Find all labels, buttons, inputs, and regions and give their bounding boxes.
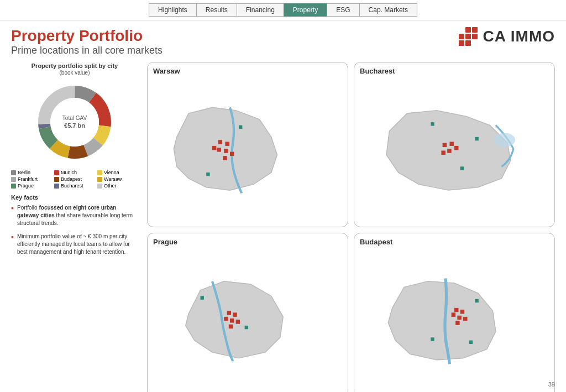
svg-rect-1 [225,142,229,145]
map-budapest-title: Budapest [360,238,549,246]
legend-berlin: Berlin [11,170,52,175]
svg-rect-34 [469,340,473,343]
svg-rect-32 [475,299,478,302]
key-facts: Key facts ▪ Portfolio focussed on eight … [11,194,138,256]
svg-rect-7 [239,126,242,129]
svg-rect-12 [447,149,451,153]
svg-rect-5 [230,152,234,156]
header: Property Portfolio Prime locations in al… [0,20,566,59]
svg-rect-33 [431,337,434,341]
legend-prague: Prague [11,183,52,189]
key-facts-title: Key facts [11,194,138,201]
svg-rect-17 [475,137,478,140]
svg-rect-13 [454,146,458,150]
svg-rect-19 [233,312,237,316]
svg-rect-21 [224,316,228,320]
chart-subtitle: (book value) [11,70,138,76]
map-warsaw: Warsaw [147,62,348,227]
donut-center-label: Total GAV €5.7 bn [62,115,87,130]
legend-munich: Munich [54,170,95,175]
tab-results[interactable]: Results [196,3,237,17]
legend-budapest: Budapest [54,176,95,182]
svg-rect-2 [217,148,221,151]
svg-rect-28 [457,315,461,319]
warsaw-svg [153,77,342,221]
map-bucharest-content [360,77,549,221]
svg-rect-31 [455,321,459,325]
chart-legend: Berlin Munich Vienna Frankfurt Budapest … [11,170,138,189]
svg-point-9 [494,133,515,147]
tab-highlights[interactable]: Highlights [149,3,196,17]
svg-rect-16 [431,122,434,126]
map-prague: Prague [147,233,348,393]
svg-rect-20 [230,318,234,322]
svg-rect-26 [454,307,458,311]
svg-rect-11 [449,142,453,145]
svg-rect-14 [441,150,445,154]
prague-svg [153,248,342,391]
legend-vienna: Vienna [97,170,138,175]
chart-title: Property portfolio split by city [11,62,138,70]
key-fact-2-text: Minimum portfolio value of ~ € 300 m per… [17,233,138,256]
map-bucharest-title: Bucharest [360,67,549,75]
page-subtitle: Prime locations in all core markets [11,45,163,56]
svg-rect-29 [452,312,455,316]
map-budapest: Budapest [354,233,555,393]
key-fact-2: ▪ Minimum portfolio value of ~ € 300 m p… [11,233,138,256]
svg-rect-6 [223,156,227,160]
logo-text: CA IMMO [483,28,555,45]
svg-rect-23 [229,324,233,328]
key-fact-1: ▪ Portfolio focussed on eight core urban… [11,204,138,227]
tab-property[interactable]: Property [284,3,327,17]
navigation-bar: Highlights Results Financing Property ES… [0,0,566,20]
map-budapest-content [360,248,549,391]
svg-rect-25 [245,325,248,328]
donut-chart: Total GAV €5.7 bn [30,78,119,166]
map-prague-content [153,248,342,391]
bullet-icon-1: ▪ [11,203,14,227]
svg-rect-0 [218,140,222,144]
page-title-block: Property Portfolio Prime locations in al… [11,27,163,56]
page-title: Property Portfolio [11,27,163,45]
legend-bucharest: Bucharest [54,183,95,189]
main-content: Property portfolio split by city (book v… [0,59,566,392]
maps-grid: Warsaw [147,62,555,392]
bucharest-svg [360,77,549,221]
map-prague-title: Prague [153,238,342,246]
page-number: 39 [548,381,555,388]
bullet-icon-2: ▪ [11,232,14,256]
legend-frankfurt: Frankfurt [11,176,52,182]
ca-immo-logo: CA IMMO [459,27,555,46]
tab-esg[interactable]: ESG [327,3,359,17]
svg-rect-22 [236,320,240,323]
key-fact-1-text: Portfolio focussed on eight core urban g… [17,204,138,227]
map-warsaw-content [153,77,342,221]
svg-rect-18 [227,311,231,315]
budapest-svg [360,248,549,391]
tab-financing[interactable]: Financing [237,3,284,17]
svg-rect-8 [206,173,209,176]
map-bucharest: Bucharest [354,62,555,227]
svg-rect-3 [224,149,228,153]
svg-rect-4 [212,146,216,150]
svg-rect-10 [443,143,447,147]
map-warsaw-title: Warsaw [153,67,342,75]
tab-cap-markets[interactable]: Cap. Markets [359,3,417,17]
svg-rect-30 [463,316,467,320]
logo-grid [459,27,478,46]
legend-warsaw: Warsaw [97,176,138,182]
svg-rect-27 [460,310,464,313]
svg-rect-15 [460,166,464,170]
svg-rect-24 [201,296,204,299]
legend-other: Other [97,183,138,189]
left-panel: Property portfolio split by city (book v… [11,62,138,392]
